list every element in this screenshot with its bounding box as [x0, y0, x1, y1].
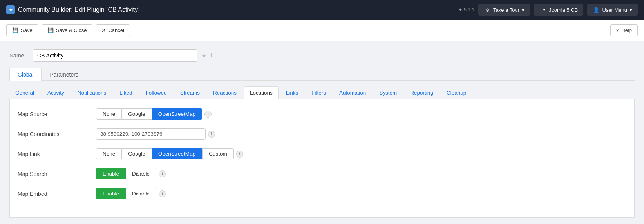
map-embed-control: Enable Disable ℹ	[96, 188, 166, 199]
map-link-custom[interactable]: Custom	[202, 148, 234, 159]
tour-label: Take a Tour	[493, 7, 519, 13]
save-icon: 💾	[12, 27, 18, 33]
inner-tab-locations[interactable]: Locations	[244, 86, 279, 99]
map-search-enable[interactable]: Enable	[96, 168, 126, 179]
map-link-label: Map Link	[18, 151, 96, 157]
map-link-openstreetmap[interactable]: OpenStreetMap	[152, 148, 202, 159]
map-link-info-icon[interactable]: ℹ	[236, 151, 243, 158]
help-button[interactable]: ? Help	[610, 24, 638, 36]
help-label: Help	[621, 27, 632, 33]
tab-parameters[interactable]: Parameters	[42, 68, 86, 81]
inner-tab-reporting[interactable]: Reporting	[404, 86, 439, 99]
map-embed-disable[interactable]: Disable	[126, 188, 156, 199]
map-embed-row: Map Embed Enable Disable ℹ	[18, 188, 626, 199]
navbar: ✦ Community Builder: Edit Plugin [CB Act…	[0, 0, 644, 20]
inner-tab-notifications[interactable]: Notifications	[72, 86, 112, 99]
inner-tab-general[interactable]: General	[9, 86, 40, 99]
inner-tab-filters[interactable]: Filters	[306, 86, 332, 99]
map-source-google[interactable]: Google	[122, 108, 152, 120]
map-embed-btn-group: Enable Disable	[96, 188, 156, 199]
star-icon[interactable]: ★	[201, 52, 206, 59]
map-search-info-icon[interactable]: ℹ	[159, 170, 166, 177]
joomla-label: Joomla 5 CB	[549, 7, 578, 13]
map-coordinates-control: ℹ	[96, 128, 215, 140]
cancel-button[interactable]: ✕ Cancel	[96, 24, 130, 36]
save-close-icon: 💾	[47, 27, 54, 33]
save-close-label: Save & Close	[56, 27, 87, 33]
tour-chevron-icon: ▾	[522, 7, 525, 13]
user-menu-label: User Menu	[602, 7, 627, 13]
map-embed-info-icon[interactable]: ℹ	[159, 190, 166, 197]
inner-tab-automation[interactable]: Automation	[333, 86, 372, 99]
navbar-right: ✦ 5.1.1 ⊙ Take a Tour ▾ ↗ Joomla 5 CB 👤 …	[458, 4, 638, 16]
map-source-label: Map Source	[18, 111, 96, 117]
brand-title: Community Builder: Edit Plugin [CB Activ…	[18, 6, 139, 13]
map-source-openstreetmap[interactable]: OpenStreetMap	[152, 108, 202, 120]
inner-nav: General Activity Notifications Liked Fol…	[9, 81, 635, 99]
cancel-icon: ✕	[101, 27, 106, 33]
toolbar: 💾 Save 💾 Save & Close ✕ Cancel ? Help	[0, 20, 644, 41]
cancel-label: Cancel	[108, 27, 124, 33]
main-content: Name ★ ℹ Global Parameters General Activ…	[0, 41, 644, 224]
map-source-control: None Google OpenStreetMap ℹ	[96, 108, 212, 120]
inner-tab-liked[interactable]: Liked	[114, 86, 138, 99]
map-source-none[interactable]: None	[96, 108, 122, 120]
map-link-google[interactable]: Google	[122, 148, 152, 159]
map-coordinates-label: Map Coordinates	[18, 131, 96, 137]
user-menu-chevron-icon: ▾	[630, 7, 632, 13]
help-icon: ?	[616, 27, 619, 33]
tour-icon: ⊙	[484, 6, 491, 13]
brand: ✦ Community Builder: Edit Plugin [CB Act…	[6, 5, 454, 14]
save-label: Save	[21, 27, 33, 33]
map-search-label: Map Search	[18, 171, 96, 177]
map-link-btn-group: None Google OpenStreetMap Custom	[96, 148, 234, 159]
save-close-button[interactable]: 💾 Save & Close	[42, 24, 93, 36]
map-source-info-icon[interactable]: ℹ	[204, 111, 212, 118]
external-link-icon: ↗	[539, 6, 546, 13]
map-search-row: Map Search Enable Disable ℹ	[18, 168, 626, 179]
map-link-control: None Google OpenStreetMap Custom ℹ	[96, 148, 243, 159]
info-icon-name[interactable]: ℹ	[210, 52, 213, 59]
inner-tab-activity[interactable]: Activity	[42, 86, 70, 99]
inner-tab-system[interactable]: System	[373, 86, 403, 99]
map-search-btn-group: Enable Disable	[96, 168, 156, 179]
joomla-button[interactable]: ↗ Joomla 5 CB	[534, 4, 583, 16]
name-label: Name	[9, 52, 29, 59]
inner-tab-streams[interactable]: Streams	[174, 86, 206, 99]
version-badge: ✦ 5.1.1	[458, 7, 474, 13]
brand-icon: ✦	[6, 5, 15, 14]
inner-tab-reactions[interactable]: Reactions	[207, 86, 242, 99]
map-coordinates-input[interactable]	[96, 128, 206, 140]
name-row: Name ★ ℹ	[9, 49, 635, 62]
tab-global[interactable]: Global	[9, 68, 42, 81]
map-embed-label: Map Embed	[18, 191, 96, 197]
map-search-disable[interactable]: Disable	[126, 168, 156, 179]
inner-tab-links[interactable]: Links	[280, 86, 304, 99]
map-source-row: Map Source None Google OpenStreetMap ℹ	[18, 108, 626, 120]
user-menu-button[interactable]: 👤 User Menu ▾	[587, 4, 638, 16]
map-link-none[interactable]: None	[96, 148, 122, 159]
map-coordinates-info-icon[interactable]: ℹ	[208, 131, 215, 138]
map-coordinates-row: Map Coordinates ℹ	[18, 128, 626, 140]
content-area: Map Source None Google OpenStreetMap ℹ M…	[9, 99, 635, 218]
inner-tab-cleanup[interactable]: Cleanup	[441, 86, 472, 99]
map-embed-enable[interactable]: Enable	[96, 188, 126, 199]
save-button[interactable]: 💾 Save	[6, 24, 38, 36]
name-input[interactable]	[33, 49, 197, 62]
outer-tabs: Global Parameters	[9, 68, 635, 81]
inner-tab-followed[interactable]: Followed	[140, 86, 173, 99]
map-search-control: Enable Disable ℹ	[96, 168, 166, 179]
map-source-btn-group: None Google OpenStreetMap	[96, 108, 202, 120]
map-link-row: Map Link None Google OpenStreetMap Custo…	[18, 148, 626, 159]
user-icon: 👤	[593, 6, 600, 13]
take-a-tour-button[interactable]: ⊙ Take a Tour ▾	[478, 4, 530, 16]
